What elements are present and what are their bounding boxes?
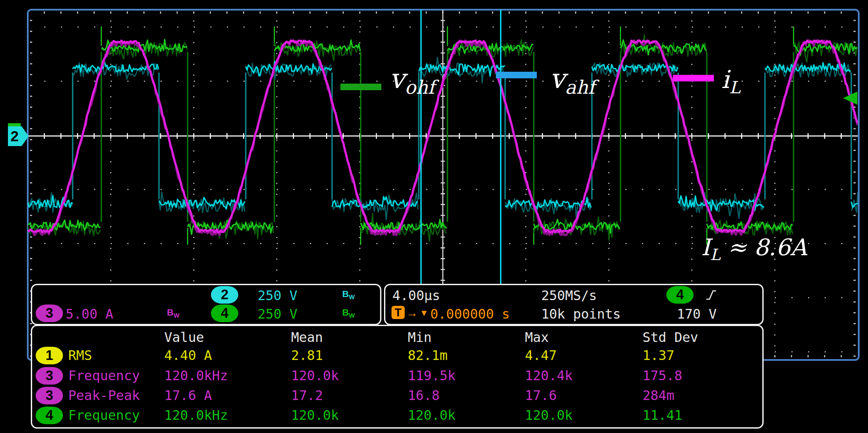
col-header-std: Std Dev: [643, 330, 698, 345]
col-header-max: Max: [525, 330, 549, 345]
col-header-mean: Mean: [291, 330, 323, 345]
inductor-current-annotation: IL≈ 8.6A: [701, 234, 807, 264]
meas-row2-badge[interactable]: 3: [36, 367, 63, 385]
legend-label-vohf: vohf: [389, 62, 435, 98]
meas-row2-min: 119.5k: [408, 368, 455, 383]
meas-row2-max: 120.4k: [525, 368, 573, 383]
meas-row3-name[interactable]: Peak-Peak: [68, 388, 140, 403]
legend-vohf-main: v: [389, 62, 405, 95]
channel3-bandwidth-icon: BW: [167, 307, 179, 319]
channel4-scale[interactable]: 250 V: [258, 306, 297, 322]
trigger-T-icon[interactable]: T: [392, 306, 405, 319]
meas-row4-mean: 120.0k: [291, 407, 339, 423]
annotation-value: ≈ 8.6A: [728, 234, 807, 261]
timebase-scale[interactable]: 4.00µs: [392, 288, 440, 303]
bw-sub: W: [349, 294, 355, 301]
meas-row1-badge[interactable]: 1: [36, 347, 63, 364]
channel2-scale[interactable]: 250 V: [258, 288, 297, 303]
meas-row3-min: 16.8: [408, 388, 440, 403]
meas-row2-mean: 120.0k: [291, 368, 339, 383]
channel4-bandwidth-icon: BW: [342, 307, 355, 319]
sample-rate: 250MS/s: [541, 288, 597, 303]
legend-swatch-il: [673, 75, 714, 81]
meas-row2-value: 120.0kHz: [164, 368, 228, 383]
meas-row2-name[interactable]: Frequency: [68, 368, 140, 383]
meas-row1-max: 4.47: [525, 348, 557, 363]
channel4-ground-marker[interactable]: [8, 123, 21, 127]
channel3-badge[interactable]: 3: [36, 305, 63, 322]
trigger-level[interactable]: 170 V: [677, 306, 717, 322]
meas-row1-mean: 2.81: [291, 348, 323, 363]
channel2-bandwidth-icon: BW: [342, 289, 355, 301]
legend-label-il: iL: [721, 65, 740, 97]
legend-vahf-main: v: [550, 62, 565, 95]
annotation-symbol: I: [701, 234, 710, 261]
meas-row4-value: 120.0kHz: [164, 407, 228, 423]
meas-row3-value: 17.6 A: [164, 388, 212, 403]
bw-sub: W: [349, 312, 355, 319]
meas-row4-max: 120.0k: [525, 407, 573, 423]
meas-row1-std: 1.37: [643, 348, 674, 363]
timebase-trigger-box: 4.00µs 250MS/s 4 T → ▼ 0.000000 s 10k po…: [384, 284, 764, 325]
trigger-delay[interactable]: 0.000000 s: [430, 306, 510, 322]
meas-row3-badge[interactable]: 3: [36, 387, 63, 404]
meas-row1-value: 4.40 A: [164, 348, 212, 363]
legend-vahf-sub: ahf: [565, 77, 595, 98]
annotation-subscript: L: [710, 246, 720, 264]
legend-il-sub: L: [729, 78, 740, 97]
trigger-arrow-icon: →: [406, 306, 418, 320]
bw-letter: B: [167, 307, 174, 317]
legend-swatch-vahf: [496, 72, 537, 78]
rising-edge-icon: [705, 288, 717, 302]
meas-row4-min: 120.0k: [408, 407, 455, 423]
trigger-source-badge[interactable]: 4: [666, 286, 694, 304]
bw-sub: W: [174, 312, 179, 319]
meas-row3-max: 17.6: [525, 388, 557, 403]
meas-row4-name[interactable]: Frequency: [68, 407, 140, 423]
bw-letter: B: [342, 289, 349, 299]
col-header-value: Value: [164, 330, 204, 345]
meas-row1-name[interactable]: RMS: [68, 348, 92, 363]
legend-swatch-vohf: [340, 84, 381, 90]
meas-row4-std: 11.41: [643, 407, 682, 423]
measurement-table: Value Mean Min Max Std Dev 1 RMS 4.40 A …: [31, 325, 764, 429]
bw-letter: B: [342, 307, 349, 317]
channel3-scale[interactable]: 5.00 A: [66, 306, 113, 322]
meas-row3-mean: 17.2: [291, 388, 323, 403]
trigger-position-icon: ▼: [420, 308, 428, 318]
record-length: 10k points: [541, 306, 621, 322]
channel-readout-box: 2 250 V BW 3 5.00 A BW 4 250 V BW: [31, 284, 381, 325]
legend-vohf-sub: ohf: [405, 77, 435, 98]
meas-row3-std: 284m: [643, 388, 674, 403]
channel2-badge[interactable]: 2: [211, 286, 238, 304]
channel4-badge[interactable]: 4: [211, 305, 238, 322]
legend-label-vahf: vahf: [550, 62, 595, 98]
meas-row2-std: 175.8: [643, 368, 682, 383]
meas-row4-badge[interactable]: 4: [36, 407, 63, 424]
col-header-min: Min: [408, 330, 432, 345]
meas-row1-min: 82.1m: [408, 348, 447, 363]
legend-il-main: i: [721, 65, 729, 94]
oscilloscope-screen: 2 vohf vahf iL IL≈ 8.6A 2 250 V BW 3 5.0…: [0, 0, 868, 433]
